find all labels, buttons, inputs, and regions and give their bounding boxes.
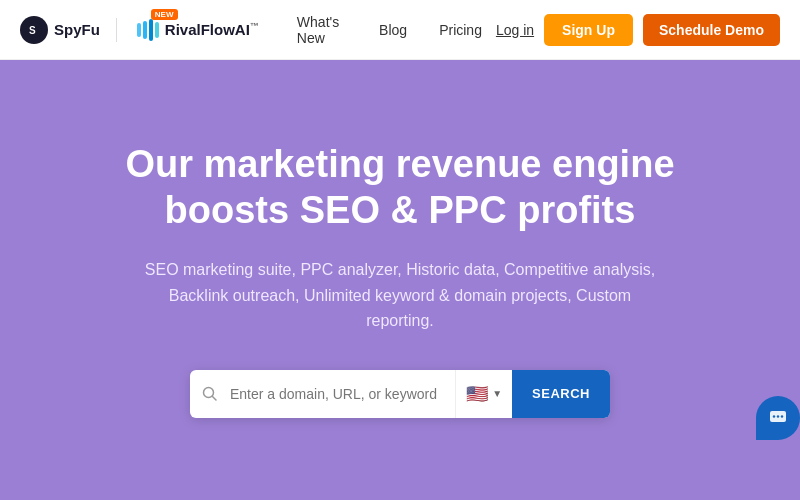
search-button[interactable]: SEARCH	[512, 370, 610, 418]
country-selector[interactable]: 🇺🇸 ▼	[455, 370, 512, 418]
spyfu-label: SpyFu	[54, 21, 100, 38]
svg-point-6	[777, 415, 779, 417]
search-icon	[190, 386, 230, 402]
login-link[interactable]: Log in	[496, 22, 534, 38]
hero-title: Our marketing revenue engine boosts SEO …	[80, 142, 720, 233]
navbar: S SpyFu NEW RivalFlowAI™ What's New Blog…	[0, 0, 800, 60]
search-input[interactable]	[230, 386, 455, 402]
logo-divider	[116, 18, 117, 42]
new-badge: NEW	[151, 9, 178, 20]
nav-blog[interactable]: Blog	[365, 14, 421, 46]
svg-point-7	[781, 415, 783, 417]
rivalflow-icon	[137, 19, 159, 41]
nav-whats-new[interactable]: What's New	[283, 6, 361, 54]
nav-pricing[interactable]: Pricing	[425, 14, 496, 46]
svg-line-3	[213, 396, 217, 400]
svg-text:S: S	[29, 25, 36, 36]
hero-subtitle: SEO marketing suite, PPC analyzer, Histo…	[140, 257, 660, 334]
spyfu-logo[interactable]: S SpyFu	[20, 16, 100, 44]
hero-section: Our marketing revenue engine boosts SEO …	[0, 60, 800, 500]
signup-button[interactable]: Sign Up	[544, 14, 633, 46]
chat-bubble-button[interactable]	[756, 396, 800, 440]
logo-group: S SpyFu NEW RivalFlowAI™	[20, 16, 259, 44]
rivalflow-logo[interactable]: NEW RivalFlowAI™	[133, 19, 259, 41]
flag-icon: 🇺🇸	[466, 383, 488, 405]
chevron-down-icon: ▼	[492, 388, 502, 399]
rivalflow-label: RivalFlowAI™	[165, 21, 259, 38]
nav-links: What's New Blog Pricing	[283, 6, 496, 54]
spyfu-icon: S	[20, 16, 48, 44]
schedule-demo-button[interactable]: Schedule Demo	[643, 14, 780, 46]
search-bar: 🇺🇸 ▼ SEARCH	[190, 370, 610, 418]
nav-right: Log in Sign Up Schedule Demo	[496, 14, 780, 46]
svg-point-5	[773, 415, 775, 417]
